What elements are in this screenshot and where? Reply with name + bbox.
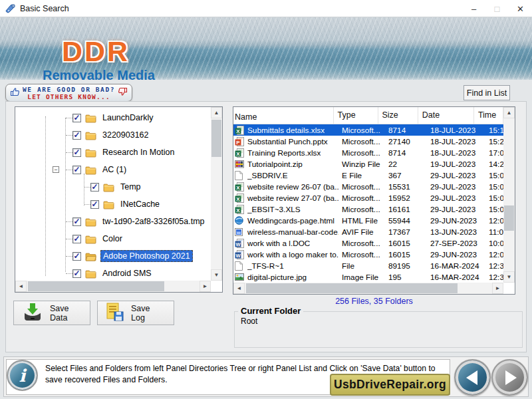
column-header-time[interactable]: Time [474,107,503,124]
table-row[interactable]: Wwork with a logo maker to...Microsoft..… [233,249,503,260]
tree-scroll-right-icon[interactable]: ► [200,281,211,292]
save-data-label: Save Data [50,304,82,323]
feedback-button[interactable]: WE ARE GOOD OR BAD? LET OTHERS KNOW... [5,84,132,102]
table-row[interactable]: Wwork with a l.DOCMicrosoft...1601527-SE… [233,237,503,249]
brand-badge[interactable]: UsbDriveRepair.org [330,374,450,396]
tree-item-3220903162[interactable]: ✓3220903162 [15,126,210,144]
table-row[interactable]: wireless-manual-bar-code...AVIF File1736… [233,226,503,237]
table-row[interactable]: _SBDRIV.EE File36729-JUL-202315:03 [233,170,503,181]
svg-text:X: X [236,184,240,190]
file-time: 15:03 [485,171,503,180]
tree-vscroll-thumb[interactable] [211,120,221,157]
tree-item-label[interactable]: Color [100,233,124,244]
list-scroll-right-icon[interactable]: ► [492,283,503,294]
file-name: Training Reports.xlsx [247,148,321,158]
tree-item-label[interactable]: 3220903162 [100,130,151,140]
list-hscroll-thumb[interactable] [246,283,458,293]
save-log-icon [106,303,124,323]
file-name: Substantial Punch.pptx [247,137,328,146]
table-row[interactable]: _TFS-R~1File8919516-MAR-202412:38 [233,260,503,271]
file-name: work with a l.DOC [247,239,310,248]
tree-item-label[interactable]: AC (1) [100,164,128,175]
tree-item-tw-1d90-2af8-3326f05a-tmp[interactable]: ✓tw-1d90-2af8-3326f05a.tmp [15,213,210,230]
current-folder-label: Current Folder [238,306,303,316]
tree-item-label[interactable]: INetCache [118,199,162,209]
file-size: 15531 [385,182,427,192]
maximize-icon[interactable]: □ [485,0,509,17]
tree-item-checkbox[interactable]: ✓ [72,148,81,157]
file-type: Microsoft... [338,250,385,259]
current-folder-value: Root [241,317,257,326]
tree-item-label[interactable]: LaunchDarkly [100,112,155,123]
table-row[interactable]: X_EBSIT~3.XLSMicrosoft...1616129-JUL-202… [233,203,503,215]
tree-item-adobe-photoshop-2021[interactable]: ✓Adobe Photoshop 2021 [15,247,210,265]
list-scroll-up-icon[interactable]: ▲ [503,107,515,118]
tree-item-checkbox[interactable]: ✓ [72,235,81,243]
collapse-icon[interactable]: − [53,166,59,173]
column-header-type[interactable]: Type [334,107,378,124]
open-folder-icon [85,252,96,261]
tree-item-temp[interactable]: ✓Temp [15,178,210,196]
tree-item-checkbox[interactable]: ✓ [72,269,81,278]
tree-item-inetcache[interactable]: ✓INetCache [15,196,210,213]
table-row[interactable]: Tutorialpoint.zipWinzip File2219-JUL-202… [233,158,503,170]
table-row[interactable]: Xwebsite review 27-07 (ba...Microsoft...… [233,192,503,203]
file-time: 12:38 [485,261,503,271]
tree-item-android-sms[interactable]: ✓Android SMS [15,265,210,280]
table-row[interactable]: XSubmittals details.xlsxMicrosoft...8714… [233,124,503,136]
column-header-date[interactable]: Date [418,107,474,124]
tree-item-checkbox[interactable]: ✓ [72,217,81,226]
tree-item-checkbox[interactable]: ✓ [90,183,99,192]
file-name: _SBDRIV.E [247,171,288,180]
column-header-size[interactable]: Size [378,107,418,124]
file-type: AVIF File [338,227,385,237]
file-name: website review 26-07 (ba... [247,182,338,192]
tree-scroll-up-icon[interactable]: ▲ [211,107,222,118]
file-name: _EBSIT~3.XLS [247,205,301,214]
tree-scroll-down-icon[interactable]: ▼ [211,269,222,281]
tree-item-checkbox[interactable]: ✓ [72,114,81,122]
tree-item-label[interactable]: Temp [118,182,143,192]
table-row[interactable]: Xwebsite review 26-07 (ba...Microsoft...… [233,181,503,192]
list-scroll-down-icon[interactable]: ▼ [503,271,515,283]
folder-icon [85,148,96,157]
list-scroll-left-icon[interactable]: ◄ [233,283,245,294]
tree-item-checkbox[interactable]: ✓ [72,131,81,140]
tree-item-label[interactable]: Research In Motion [100,147,176,158]
tree-item-label[interactable]: Adobe Photoshop 2021 [100,250,193,262]
file-time: 15:17 [485,126,503,135]
tree-item-ac-1-[interactable]: −✓AC (1) [15,161,210,178]
tree-hscroll-thumb[interactable] [28,281,164,291]
forward-button[interactable] [491,359,528,396]
file-name: digital-picture.jpg [247,273,307,282]
find-in-list-button[interactable]: Find in List [464,85,510,100]
table-row[interactable]: Weddingcards-page.htmlHTML File5594429-J… [233,215,503,226]
tree-scroll-left-icon[interactable]: ◄ [15,281,27,292]
file-name: Weddingcards-page.html [247,216,334,225]
file-icon-excel: X [235,194,245,203]
file-icon-image [235,273,245,281]
list-vscroll-thumb[interactable] [504,205,514,231]
table-row[interactable]: XTraining Reports.xlsxMicrosoft...871418… [233,147,503,158]
save-data-button[interactable]: Save Data [13,301,90,325]
tree-item-research-in-motion[interactable]: ✓Research In Motion [15,144,210,161]
file-icon-avif [235,228,245,236]
tree-item-color[interactable]: ✓Color [15,230,210,247]
tree-item-launchdarkly[interactable]: ✓LaunchDarkly [15,109,210,126]
tree-item-checkbox[interactable]: ✓ [72,166,81,174]
file-icon-ppt: P [235,137,245,146]
table-row[interactable]: PSubstantial Punch.pptxMicrosoft...27140… [233,136,503,147]
tree-item-checkbox[interactable]: ✓ [72,252,81,261]
column-header-name[interactable]: Name [233,107,334,124]
tree-item-label[interactable]: Android SMS [100,268,154,279]
table-row[interactable]: digital-picture.jpgImage File19516-MAR-2… [233,271,503,282]
file-icon-blank [235,261,245,271]
tree-item-label[interactable]: tw-1d90-2af8-3326f05a.tmp [100,216,207,227]
back-button[interactable] [454,359,491,396]
save-log-button[interactable]: Save Log [97,301,174,325]
tree-item-checkbox[interactable]: ✓ [90,200,99,209]
list-vscrollbar[interactable] [503,107,515,283]
close-icon[interactable]: ✕ [509,0,532,17]
file-time: 15:03 [485,194,503,203]
minimize-icon[interactable]: – [462,0,485,17]
